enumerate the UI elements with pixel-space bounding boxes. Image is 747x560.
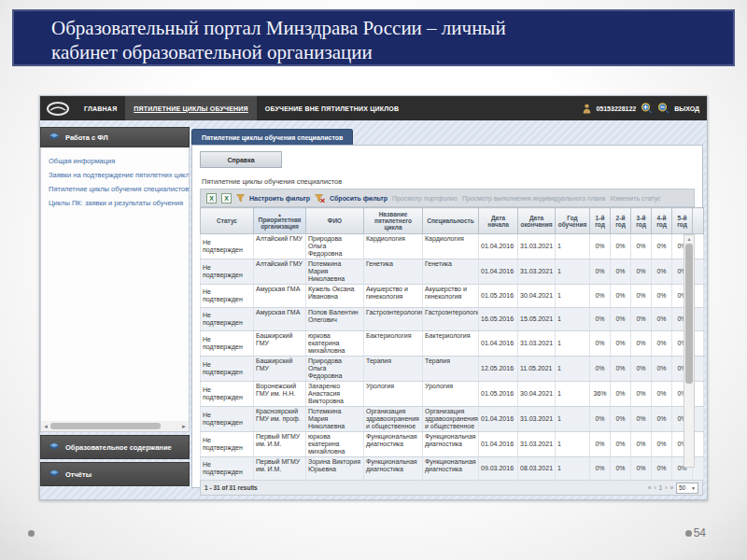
table-cell: 31.03.2021 xyxy=(518,259,556,285)
column-header-6[interactable]: Дата окончания xyxy=(518,208,556,234)
slide-title: Образовательный портал Минздрава России … xyxy=(12,9,735,66)
scrollbar-thumb[interactable] xyxy=(685,244,693,384)
table-cell: 1 xyxy=(556,308,590,331)
table-row-3[interactable]: Не подтвержденАмурская ГМАПопов Валентин… xyxy=(201,308,704,331)
sidebar-section-work-label: Работа с ФЛ xyxy=(65,133,108,142)
zoom-out-icon[interactable] xyxy=(657,103,669,114)
table-cell: 0% xyxy=(631,432,652,457)
table-row-1[interactable]: Не подтвержденАлтайский ГМУПотемкина Мар… xyxy=(201,259,704,285)
pager-control-1[interactable]: ‹ xyxy=(654,484,655,491)
diamond-icon xyxy=(49,133,60,142)
table-cell: 01.04.2016 xyxy=(479,234,518,259)
scroll-left-icon[interactable]: ◄ xyxy=(43,424,49,429)
table-cell: 1 xyxy=(556,234,590,259)
table-cell: 1 xyxy=(556,432,590,457)
table-row-6[interactable]: Не подтвержденВоронежский ГМУ им. Н.Н.За… xyxy=(201,382,704,407)
pager-control-3[interactable]: › xyxy=(665,484,667,491)
table-cell: Башкирский ГМУ xyxy=(254,331,306,357)
sidebar-horizontal-scrollbar[interactable]: ◄ ► xyxy=(40,421,190,432)
table-row-2[interactable]: Не подтвержденАмурская ГМАКужель Оксана … xyxy=(201,285,704,308)
top-navbar: ГЛАВНАЯПЯТИЛЕТНИЕ ЦИКЛЫ ОБУЧЕНИЯОБУЧЕНИЕ… xyxy=(40,96,707,120)
column-header-1[interactable]: ▲Приоритетная организация xyxy=(254,208,306,234)
column-header-8[interactable]: 1-й год xyxy=(590,208,611,234)
sidebar-link-3[interactable]: Циклы ПК: заявки и результаты обучения xyxy=(49,196,189,210)
column-header-2[interactable]: ФИО xyxy=(306,208,364,234)
chevron-down-icon: ▼ xyxy=(691,485,696,491)
table-cell: юркова екатерина михайловна xyxy=(306,432,364,457)
table-cell: 0% xyxy=(611,357,631,382)
nav-item-0[interactable]: ГЛАВНАЯ xyxy=(76,96,125,120)
table-cell: 0% xyxy=(631,285,652,308)
table-cell: Не подтвержден xyxy=(201,457,254,481)
table-cell: Алтайский ГМУ xyxy=(254,259,306,285)
table-cell: Кардиология xyxy=(364,234,423,259)
column-header-11[interactable]: 4-й год xyxy=(652,208,672,234)
export-xls-icon[interactable]: X xyxy=(206,193,217,203)
scrollbar-thumb[interactable] xyxy=(50,423,161,429)
table-cell: Гастроэнтерология xyxy=(364,308,423,331)
table-cell: Функциональная диагностика xyxy=(364,432,423,457)
results-count: 1 - 31 of 31 results xyxy=(204,484,258,491)
sidebar-section-reports[interactable]: Отчёты xyxy=(40,462,190,486)
portal-logo-icon xyxy=(40,96,76,120)
table-vertical-scrollbar[interactable]: ▲ xyxy=(684,234,695,468)
reset-filter-button[interactable]: Сбросить фильтр xyxy=(330,195,388,202)
sidebar-link-0[interactable]: Общая информация xyxy=(49,154,189,168)
column-header-10[interactable]: 3-й год xyxy=(631,208,652,234)
sidebar-link-1[interactable]: Заявки на подтверждение пятилетних цикло… xyxy=(49,168,189,182)
sidebar-link-2[interactable]: Пятилетние циклы обучения специалистов xyxy=(49,182,189,196)
page-size-select[interactable]: 50▼ xyxy=(676,483,698,494)
table-row-8[interactable]: Не подтвержденПервый МГМУ им. И.М.юркова… xyxy=(201,432,704,457)
sidebar-section-work[interactable]: Работа с ФЛ xyxy=(40,127,190,147)
set-filter-button[interactable]: Настроить фильтр xyxy=(249,195,310,202)
column-header-12[interactable]: 5-й год xyxy=(672,208,693,234)
table-row-0[interactable]: Не подтвержденАлтайский ГМУПриродова Оль… xyxy=(201,234,704,259)
user-icon xyxy=(583,104,591,114)
table-cell: Первый МГМУ им. И.М. xyxy=(254,432,306,457)
sidebar-section-content[interactable]: Образовательное содержание xyxy=(40,435,190,459)
scroll-up-icon[interactable]: ▲ xyxy=(687,235,692,243)
pager-control-4[interactable]: » xyxy=(669,484,673,491)
table-cell: 0% xyxy=(652,331,672,357)
table-cell: Амурская ГМА xyxy=(254,308,306,331)
table-row-9[interactable]: Не подтвержденПервый МГМУ им. И.М.Зорина… xyxy=(201,457,704,481)
page-size-value: 50 xyxy=(679,484,685,491)
table-cell: 08.03.2021 xyxy=(518,457,556,481)
column-header-3[interactable]: Название пятилетнего цикла xyxy=(364,208,423,234)
table-cell: 01.04.2016 xyxy=(479,331,518,357)
table-row-4[interactable]: Не подтвержденБашкирский ГМУюркова екате… xyxy=(201,331,704,357)
column-header-9[interactable]: 2-й год xyxy=(611,208,631,234)
table-row-5[interactable]: Не подтвержденБашкирский ГМУПриродова Ол… xyxy=(201,357,704,382)
help-button[interactable]: Справка xyxy=(200,151,282,168)
table-cell: Воронежский ГМУ им. Н.Н. xyxy=(254,382,306,407)
view-plan-button[interactable]: Просмотр выполнения индивидуального план… xyxy=(462,195,606,202)
table-row-7[interactable]: Не подтвержденКрасноярский ГМУ им. проф.… xyxy=(201,407,704,432)
nav-item-1[interactable]: ПЯТИЛЕТНИЕ ЦИКЛЫ ОБУЧЕНИЯ xyxy=(125,96,256,120)
column-header-4[interactable]: Специальность xyxy=(423,208,479,234)
pager-control-0[interactable]: « xyxy=(648,484,652,491)
table-cell: 0% xyxy=(590,432,611,457)
table-cell: Захаренко Анастасия Викторовна xyxy=(306,382,364,407)
table-cell: 0% xyxy=(652,432,672,457)
pager-control-2[interactable]: 1 xyxy=(659,484,663,491)
table-cell: Акушерство и гинекология xyxy=(423,285,479,308)
export-xlsx-icon[interactable]: X xyxy=(221,193,232,203)
table-cell: Не подтвержден xyxy=(201,234,254,259)
tab-five-year-cycles[interactable]: Пятилетние циклы обучения специалистов xyxy=(191,129,353,145)
sidebar-links: Общая информацияЗаявки на подтверждение … xyxy=(40,147,190,421)
view-portfolio-button[interactable]: Просмотр портфолио xyxy=(392,195,458,202)
column-header-filler xyxy=(693,208,704,234)
table-cell: 30.04.2021 xyxy=(518,382,556,407)
nav-item-2[interactable]: ОБУЧЕНИЕ ВНЕ ПЯТИЛЕТНИХ ЦИКЛОВ xyxy=(257,96,407,120)
logout-button[interactable]: ВЫХОД xyxy=(674,105,699,112)
table-cell: 0% xyxy=(631,382,652,407)
diamond-icon xyxy=(49,442,60,452)
column-header-0[interactable]: Статус xyxy=(201,208,254,234)
column-header-5[interactable]: Дата начала xyxy=(479,208,518,234)
column-header-7[interactable]: Год обучения xyxy=(556,208,590,234)
scroll-right-icon[interactable]: ► xyxy=(181,424,187,429)
table-cell: 0% xyxy=(631,407,652,432)
zoom-in-icon[interactable] xyxy=(641,103,653,114)
change-status-button[interactable]: Изменить статус xyxy=(611,195,661,202)
table-cell: 31.03.2021 xyxy=(518,331,556,357)
